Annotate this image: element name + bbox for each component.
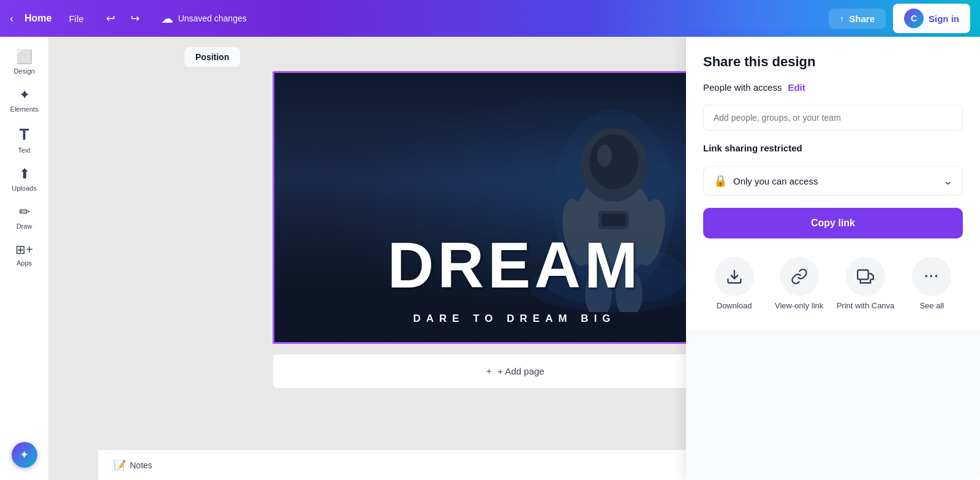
people-access-row: People with access Edit: [703, 82, 963, 93]
home-button[interactable]: Home: [18, 9, 58, 28]
undo-redo-group: ↩ ↪: [100, 7, 146, 29]
canva-initial: C: [911, 13, 917, 23]
apps-label: Apps: [17, 259, 32, 267]
sidebar-item-text[interactable]: T Text: [2, 120, 47, 159]
sidebar: ⬜ Design ✦ Elements T Text ⬆ Uploads ✏ D…: [0, 37, 49, 480]
topbar-left: ‹ Home File ↩ ↪ ☁ Unsaved changes: [10, 7, 247, 29]
share-option-download[interactable]: Download: [707, 257, 762, 311]
elements-icon: ✦: [19, 87, 30, 103]
text-label: Text: [18, 147, 30, 154]
text-icon: T: [20, 125, 29, 144]
edit-link[interactable]: Edit: [788, 82, 805, 93]
sidebar-item-elements[interactable]: ✦ Elements: [2, 82, 47, 118]
people-label: People with access: [703, 82, 782, 93]
access-dropdown[interactable]: 🔒 Only you can access ⌄: [703, 166, 963, 196]
sidebar-item-draw[interactable]: ✏ Draw: [2, 199, 47, 235]
signin-label: Sign in: [929, 13, 959, 24]
uploads-icon: ⬆: [19, 166, 30, 182]
see-all-icon: ···: [912, 257, 951, 296]
svg-point-4: [597, 145, 612, 167]
notes-label: Notes: [130, 460, 153, 470]
copy-link-button[interactable]: Copy link: [703, 208, 963, 238]
view-link-label: View-only link: [775, 301, 823, 311]
design-icon: ⬜: [16, 49, 32, 65]
position-label: Position: [195, 52, 229, 62]
unsaved-label: Unsaved changes: [178, 13, 247, 23]
share-icon: ↑: [840, 13, 845, 24]
share-option-see-all[interactable]: ··· See all: [904, 257, 959, 311]
back-icon[interactable]: ‹: [10, 12, 13, 25]
topbar-right: ↑ Share C Sign in: [829, 4, 970, 33]
main-layout: ⬜ Design ✦ Elements T Text ⬆ Uploads ✏ D…: [0, 37, 980, 480]
cloud-icon: ☁: [161, 11, 173, 26]
svg-point-3: [589, 134, 638, 189]
position-button[interactable]: Position: [184, 47, 241, 67]
topbar: ‹ Home File ↩ ↪ ☁ Unsaved changes ↑ Shar…: [0, 0, 980, 37]
sidebar-item-design[interactable]: ⬜ Design: [2, 44, 47, 80]
sidebar-item-apps[interactable]: ⊞+ Apps: [2, 237, 47, 272]
share-option-print[interactable]: Print with Canva: [837, 257, 895, 311]
share-button[interactable]: ↑ Share: [829, 9, 886, 29]
share-options-group: Download View-only link: [703, 251, 963, 318]
share-panel: Share this design People with access Edi…: [686, 37, 980, 480]
svg-rect-8: [601, 214, 626, 226]
sidebar-item-uploads[interactable]: ⬆ Uploads: [2, 161, 47, 197]
share-label: Share: [849, 13, 875, 24]
undo-button[interactable]: ↩: [100, 7, 122, 29]
file-button[interactable]: File: [62, 10, 89, 28]
save-status: ☁ Unsaved changes: [161, 11, 247, 26]
apps-icon: ⊞+: [15, 242, 33, 257]
design-label: Design: [13, 67, 34, 75]
redo-button[interactable]: ↪: [124, 7, 146, 29]
print-icon: [846, 257, 885, 296]
draw-label: Draw: [17, 223, 32, 230]
add-page-button[interactable]: ＋ + Add page: [273, 354, 756, 389]
dream-text: DREAM: [388, 229, 642, 302]
canva-logo: C: [904, 9, 924, 28]
view-link-icon: [780, 257, 819, 296]
sidebar-bottom: ✦: [12, 437, 37, 473]
home-label: Home: [24, 13, 51, 24]
link-sharing-label: Link sharing restricted: [703, 143, 963, 154]
file-label: File: [69, 13, 83, 24]
magic-icon: ✦: [20, 448, 29, 462]
access-option-text: Only you can access: [733, 176, 937, 186]
chevron-down-icon: ⌄: [943, 174, 952, 188]
add-page-label: + Add page: [497, 366, 544, 376]
copy-link-label: Copy link: [811, 218, 855, 228]
download-icon: [715, 257, 754, 296]
elements-label: Elements: [10, 105, 39, 113]
notes-button[interactable]: 📝 Notes: [108, 455, 159, 474]
print-label: Print with Canva: [837, 301, 895, 311]
share-panel-title: Share this design: [703, 54, 963, 70]
share-option-view-link[interactable]: View-only link: [772, 257, 827, 311]
add-people-input[interactable]: [703, 105, 963, 131]
subtitle-text: DARE TO DREAM BIG: [413, 313, 616, 325]
share-panel-footer: [686, 330, 980, 480]
add-page-plus: ＋: [484, 365, 494, 377]
canvas-design[interactable]: DREAM DARE TO DREAM BIG: [273, 71, 756, 344]
lock-icon: 🔒: [714, 174, 727, 188]
svg-rect-14: [858, 270, 869, 280]
signin-button[interactable]: C Sign in: [893, 4, 970, 33]
uploads-label: Uploads: [12, 185, 36, 192]
magic-button[interactable]: ✦: [12, 442, 37, 468]
see-all-label: See all: [919, 301, 944, 311]
download-label: Download: [717, 301, 752, 311]
draw-icon: ✏: [19, 204, 30, 220]
canvas-background: DREAM DARE TO DREAM BIG: [274, 73, 755, 342]
notes-icon: 📝: [114, 459, 126, 471]
